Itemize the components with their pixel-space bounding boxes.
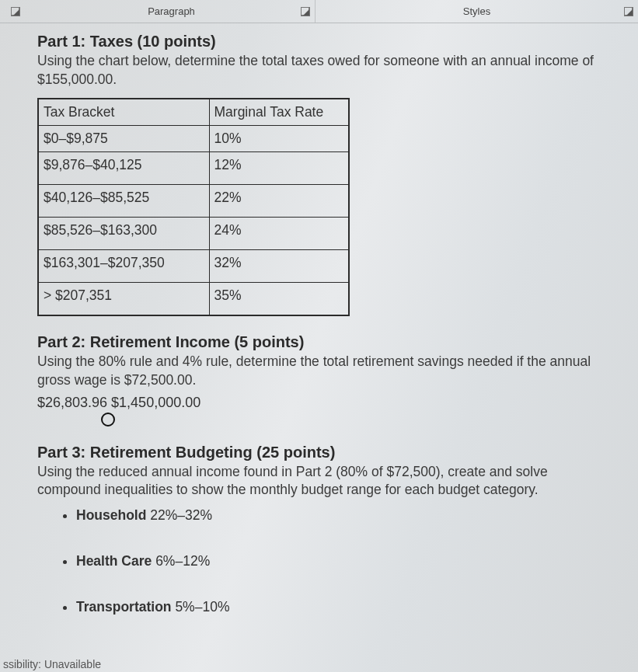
dialog-launcher-icon[interactable] [11, 7, 20, 16]
list-item: Household 22%–32% [76, 507, 615, 524]
part3-heading: Part 3: Retirement Budgeting (25 points) [37, 444, 615, 461]
table-row: $85,526–$163,30024% [38, 218, 349, 250]
table-row: > $207,35135% [38, 283, 349, 316]
part1-heading: Part 1: Taxes (10 points) [37, 33, 615, 50]
table-row: $9,876–$40,12512% [38, 152, 349, 185]
part2-heading: Part 2: Retirement Income (5 points) [37, 333, 615, 351]
ribbon-bar: Paragraph Styles [0, 0, 638, 23]
table-row: $163,301–$207,35032% [38, 250, 349, 283]
cursor-marker-icon [101, 413, 115, 427]
dialog-launcher-icon[interactable] [301, 7, 310, 16]
dialog-launcher-icon[interactable] [624, 7, 633, 16]
ribbon-group-styles: Styles [463, 5, 490, 17]
table-row: $0–$9,87510% [38, 126, 349, 152]
document-body: Part 1: Taxes (10 points) Using the char… [0, 23, 638, 615]
status-bar-accessibility[interactable]: ssibility: Unavailable [0, 656, 104, 672]
list-item: Transportation 5%–10% [76, 599, 615, 615]
part3-body: Using the reduced annual income found in… [37, 463, 615, 500]
part1-body: Using the chart below, determine the tot… [37, 52, 615, 89]
part2-body: Using the 80% rule and 4% rule, determin… [37, 353, 615, 389]
table-header: Marginal Tax Rate [209, 99, 349, 126]
part2-answers: $26,803.96 $1,450,000.00 [37, 395, 615, 411]
list-item: Health Care 6%–12% [76, 553, 615, 569]
ribbon-group-paragraph: Paragraph [148, 5, 195, 17]
tax-bracket-table: Tax Bracket Marginal Tax Rate $0–$9,8751… [37, 98, 350, 316]
table-row: $40,126–$85,52522% [38, 185, 349, 218]
table-header: Tax Bracket [38, 99, 209, 126]
category-list: Household 22%–32% Health Care 6%–12% Tra… [76, 507, 615, 615]
